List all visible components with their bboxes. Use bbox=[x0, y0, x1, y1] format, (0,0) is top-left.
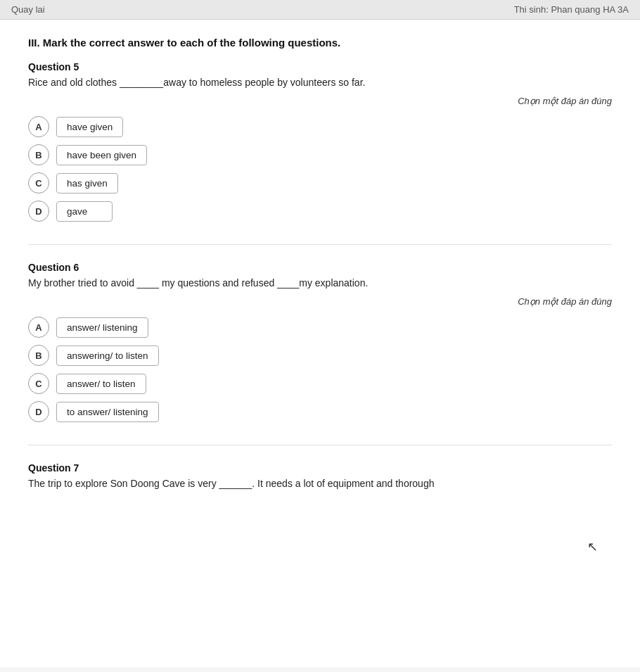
back-link[interactable]: Quay lai bbox=[11, 4, 45, 15]
page-container: Quay lai Thi sinh: Phan quang HA 3A III.… bbox=[0, 0, 640, 672]
q6-select-hint: Chọn một đáp án đúng bbox=[28, 296, 612, 307]
q5-option-a-row: A have given bbox=[28, 116, 612, 137]
q6-option-a-box[interactable]: answer/ listening bbox=[56, 317, 148, 338]
question-5-block: Question 5 Rice and old clothes ________… bbox=[28, 61, 612, 222]
q6-option-d-row: D to answer/ listening bbox=[28, 401, 612, 422]
main-content: III. Mark the correct answer to each of … bbox=[0, 20, 640, 667]
q6-text-part1: My brother tried to avoid bbox=[28, 277, 137, 289]
q5-blank: ________ bbox=[120, 77, 163, 88]
student-name: Thi sinh: Phan quang HA 3A bbox=[514, 4, 629, 15]
q6-blank1: ____ bbox=[137, 277, 159, 289]
q5-option-d-circle[interactable]: D bbox=[28, 201, 49, 222]
q6-blank2: ____ bbox=[277, 277, 299, 289]
q6-option-c-box[interactable]: answer/ to listen bbox=[56, 374, 146, 394]
q5-option-d-row: D gave bbox=[28, 201, 612, 222]
question-7-block: Question 7 The trip to explore Son Doong… bbox=[28, 462, 612, 491]
cursor-indicator: ↖ bbox=[587, 539, 598, 554]
q5-option-b-box[interactable]: have been given bbox=[56, 145, 147, 165]
q6-options-list: A answer/ listening B answering/ to list… bbox=[28, 317, 612, 422]
question-6-text: My brother tried to avoid ____ my questi… bbox=[28, 276, 612, 291]
q5-select-hint: Chọn một đáp án đúng bbox=[28, 96, 612, 106]
q5-option-d-box[interactable]: gave bbox=[56, 201, 113, 222]
q6-option-b-box[interactable]: answering/ to listen bbox=[56, 345, 159, 366]
q5-option-c-box[interactable]: has given bbox=[56, 173, 118, 194]
divider-q6-q7 bbox=[28, 445, 612, 445]
q6-option-a-row: A answer/ listening bbox=[28, 317, 612, 338]
q6-text-part2: my questions and refused bbox=[159, 277, 277, 289]
q5-option-b-row: B have been given bbox=[28, 144, 612, 165]
question-6-block: Question 6 My brother tried to avoid ___… bbox=[28, 262, 612, 422]
q6-option-b-circle[interactable]: B bbox=[28, 345, 49, 366]
question-7-label: Question 7 bbox=[28, 462, 612, 474]
q6-option-b-row: B answering/ to listen bbox=[28, 345, 612, 366]
q6-option-d-circle[interactable]: D bbox=[28, 401, 49, 422]
q7-text-part2: . It needs a lot of equipment and thorou… bbox=[252, 478, 434, 489]
q7-text-part1: The trip to explore Son Doong Cave is ve… bbox=[28, 478, 219, 489]
section-title: III. Mark the correct answer to each of … bbox=[28, 37, 612, 49]
q5-option-b-circle[interactable]: B bbox=[28, 144, 49, 165]
q6-option-c-circle[interactable]: C bbox=[28, 373, 49, 394]
q5-option-a-box[interactable]: have given bbox=[56, 117, 123, 137]
question-5-text: Rice and old clothes ________away to hom… bbox=[28, 75, 612, 90]
q7-blank: ______ bbox=[219, 478, 252, 489]
q6-text-part3: my explanation. bbox=[299, 277, 368, 289]
q5-option-a-circle[interactable]: A bbox=[28, 116, 49, 137]
question-5-label: Question 5 bbox=[28, 61, 612, 72]
q5-option-c-row: C has given bbox=[28, 172, 612, 194]
divider-q5-q6 bbox=[28, 244, 612, 245]
q6-option-d-box[interactable]: to answer/ listening bbox=[56, 402, 159, 422]
question-7-text: The trip to explore Son Doong Cave is ve… bbox=[28, 476, 612, 491]
question-6-label: Question 6 bbox=[28, 262, 612, 273]
top-bar: Quay lai Thi sinh: Phan quang HA 3A bbox=[0, 0, 640, 20]
q5-options-list: A have given B have been given C has giv… bbox=[28, 116, 612, 222]
q5-text-part2: away to homeless people by volunteers so… bbox=[163, 77, 365, 88]
q5-option-c-circle[interactable]: C bbox=[28, 172, 49, 194]
q5-text-part1: Rice and old clothes bbox=[28, 77, 120, 88]
q6-option-a-circle[interactable]: A bbox=[28, 317, 49, 338]
q6-option-c-row: C answer/ to listen bbox=[28, 373, 612, 394]
